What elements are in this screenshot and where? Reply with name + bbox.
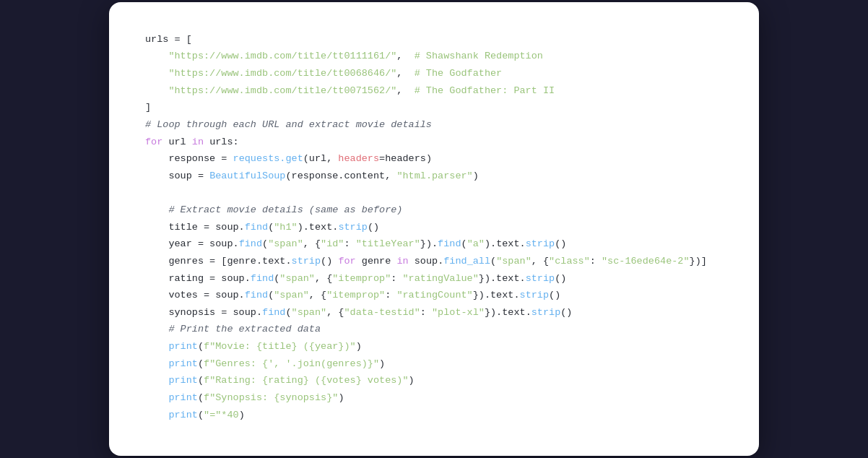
code-panel: urls = [ "https://www.imdb.com/title/tt0… bbox=[109, 2, 759, 456]
code-content: urls = [ "https://www.imdb.com/title/tt0… bbox=[145, 31, 723, 423]
